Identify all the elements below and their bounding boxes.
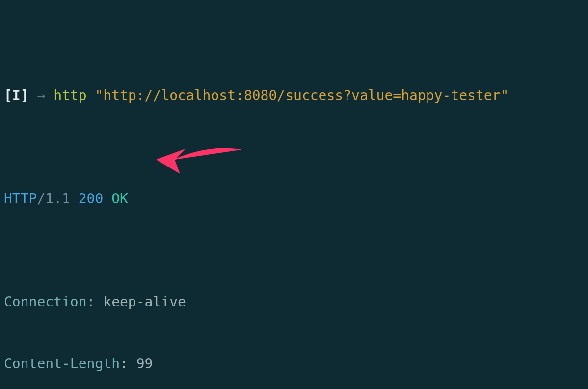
command-line: [I] → http "http://localhost:8080/succes…: [4, 85, 584, 106]
status-line: HTTP/1.1 200 OK: [4, 189, 584, 209]
status-version: /1.1: [37, 191, 70, 207]
header-name: Content-Length: [4, 356, 120, 372]
header-line: Content-Length: 99: [4, 354, 584, 374]
status-text: OK: [111, 191, 128, 207]
header-value: keep-alive: [103, 294, 186, 310]
terminal-output: [I] → http "http://localhost:8080/succes…: [0, 0, 588, 389]
prompt-arrow-icon: →: [37, 87, 45, 104]
status-protocol: HTTP: [4, 191, 37, 207]
command-name: http: [53, 87, 86, 104]
header-name: Connection: [4, 294, 87, 310]
annotation-arrow-icon: [150, 142, 243, 177]
command-url: "http://localhost:8080/success?value=hap…: [95, 87, 508, 104]
header-line: Connection: keep-alive: [4, 292, 584, 312]
header-value: 99: [136, 356, 153, 372]
prompt-mode: [I]: [4, 87, 29, 104]
status-code: 200: [79, 191, 104, 207]
